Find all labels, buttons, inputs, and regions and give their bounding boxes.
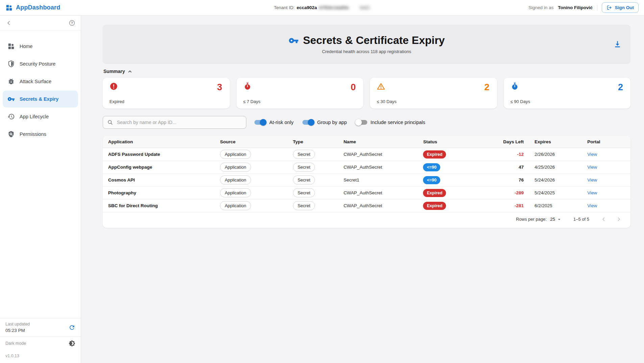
sidebar-item-attack-surface[interactable]: Attack Surface — [3, 73, 78, 90]
warning-triangle-icon — [377, 82, 385, 91]
sign-out-button[interactable]: Sign Out — [602, 2, 639, 13]
summary-cards: 3Expired0≤ 7 Days2≤ 30 Days2≤ 90 Days — [103, 78, 630, 108]
summary-card-value: 2 — [618, 82, 623, 93]
sidebar-item-label: Security Posture — [20, 61, 55, 67]
summary-card-expired: 3Expired — [103, 78, 230, 108]
sidebar-footer: Last updated 05:23 PM Dark mode v1.0.13 — [0, 318, 81, 363]
credential-name: CWAP_AuthSecret — [344, 152, 382, 157]
sign-out-icon — [606, 5, 612, 10]
view-link[interactable]: View — [587, 190, 597, 195]
bug-icon — [7, 78, 15, 85]
credentials-table: ApplicationSourceTypeNameStatusDays Left… — [103, 136, 630, 212]
status-badge: <=90 — [423, 176, 440, 184]
summary-collapse-toggle[interactable]: Summary — [103, 69, 630, 74]
source-pill: Application — [220, 163, 251, 172]
application-name: ADFS Password Update — [108, 152, 160, 157]
column-header: Source — [215, 136, 288, 148]
summary-card-30-days: 2≤ 30 Days — [370, 78, 497, 108]
header-divider — [597, 5, 597, 11]
page-banner: Secrets & Certificate Expiry Credential … — [103, 25, 630, 64]
summary-card-90-days: 2≤ 90 Days — [504, 78, 631, 108]
sidebar-item-permissions[interactable]: Permissions — [3, 126, 78, 143]
sidebar-item-label: Permissions — [20, 131, 46, 137]
rows-per-page-label: Rows per page: — [516, 217, 547, 222]
tenant-id-label: Tenant ID: — [274, 5, 295, 10]
toggle-at-risk-only[interactable]: At-risk only — [254, 120, 294, 125]
table-row: ADFS Password UpdateApplicationSecretCWA… — [103, 148, 630, 161]
column-header: Portal — [582, 136, 630, 148]
view-link[interactable]: View — [587, 165, 597, 170]
source-pill: Application — [220, 188, 251, 197]
next-page-icon[interactable] — [616, 216, 622, 222]
tenant-id-redacted-2: 5d21 — [360, 5, 370, 10]
shield-icon — [7, 60, 15, 68]
type-pill: Secret — [293, 188, 315, 197]
prev-page-icon[interactable] — [601, 216, 606, 222]
table-row: PhotographyApplicationSecretCWAP_AuthSec… — [103, 187, 630, 199]
sidebar-item-secrets-expiry[interactable]: Secrets & Expiry — [3, 91, 78, 107]
toggle-switch — [254, 120, 266, 125]
sidebar-item-label: Attack Surface — [20, 79, 51, 84]
table-row: Cosmos APIApplicationSecretSecret1<=9076… — [103, 174, 630, 187]
svg-text:?: ? — [71, 21, 73, 25]
days-left-value: 76 — [519, 177, 524, 183]
summary-card-value: 3 — [217, 82, 222, 93]
column-header: Status — [418, 136, 479, 148]
sidebar-item-app-lifecycle[interactable]: App Lifecycle — [3, 108, 78, 125]
source-pill: Application — [220, 150, 251, 159]
chevron-up-icon — [127, 69, 132, 74]
sidebar-item-label: Secrets & Expiry — [20, 96, 58, 102]
search-box — [103, 116, 246, 129]
view-link[interactable]: View — [587, 152, 597, 157]
view-link[interactable]: View — [587, 177, 597, 183]
download-icon[interactable] — [613, 40, 622, 48]
signed-in-label: Signed in as — [528, 5, 553, 10]
toggle-label: At-risk only — [269, 120, 294, 125]
credential-name: CWAP_AuthSecret — [344, 190, 382, 195]
sidebar-item-security-posture[interactable]: Security Posture — [3, 55, 78, 72]
summary-card-label: ≤ 90 Days — [511, 99, 530, 104]
summary-card-value: 0 — [351, 82, 356, 93]
dark-mode-row: Dark mode — [0, 336, 81, 350]
tenant-id-value: ecca902a — [297, 5, 317, 10]
toggle-include-service-principals[interactable]: Include service principals — [356, 120, 425, 125]
column-header: Expires — [529, 136, 582, 148]
status-badge: Expired — [423, 150, 446, 159]
summary-label: Summary — [103, 69, 125, 74]
type-pill: Secret — [293, 175, 315, 185]
status-badge: Expired — [423, 189, 446, 197]
sidebar-item-label: App Lifecycle — [20, 114, 49, 119]
toggle-group-by-app[interactable]: Group by app — [302, 120, 347, 125]
type-pill: Secret — [293, 201, 315, 210]
last-updated-time: 05:23 PM — [5, 328, 30, 333]
view-link[interactable]: View — [587, 203, 597, 208]
rows-per-page-select[interactable]: 25 — [550, 217, 562, 222]
expires-date: 6/2/2025 — [535, 203, 552, 208]
key-icon — [7, 95, 15, 103]
search-input[interactable] — [116, 119, 242, 125]
help-icon[interactable]: ? — [69, 20, 75, 26]
dark-mode-toggle-icon[interactable] — [69, 340, 75, 347]
app-grid-logo-icon — [5, 4, 13, 11]
days-left-value: -12 — [517, 152, 524, 157]
days-left-value: 47 — [519, 165, 524, 170]
source-pill: Application — [220, 201, 251, 210]
collapse-sidebar-icon[interactable] — [5, 20, 12, 26]
search-icon — [107, 119, 113, 125]
sidebar-top: ? — [0, 16, 81, 30]
status-badge: <=90 — [423, 163, 440, 171]
caret-down-icon — [556, 217, 562, 222]
expires-date: 4/25/2026 — [535, 165, 555, 170]
days-left-value: -281 — [515, 203, 524, 208]
table-row: AppConfig webpageApplicationSecretCWAP_A… — [103, 161, 630, 174]
credential-name: Secret1 — [344, 177, 360, 183]
user-name: Tonino Filipović — [558, 5, 593, 10]
toggle-label: Include service principals — [371, 120, 425, 125]
sidebar-item-home[interactable]: Home — [3, 38, 78, 55]
rows-per-page-value: 25 — [550, 217, 555, 222]
shield-search-icon — [7, 130, 15, 138]
refresh-icon[interactable] — [69, 324, 75, 331]
grid-icon — [7, 43, 15, 50]
table-row: SBC for Direct RoutingApplicationSecretC… — [103, 199, 630, 212]
sidebar-item-label: Home — [20, 44, 33, 49]
